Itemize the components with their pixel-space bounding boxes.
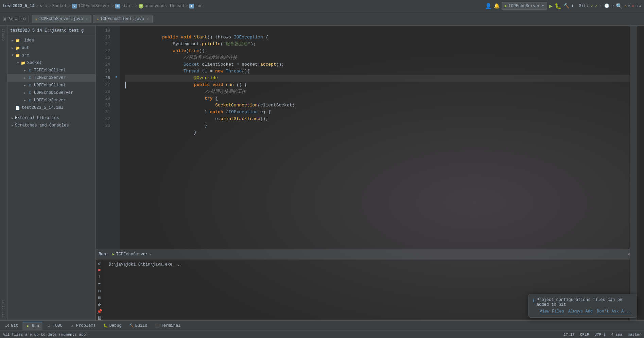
code-line-26: public void run () { <box>125 75 637 82</box>
status-indent[interactable]: 4 spa <box>611 333 622 337</box>
code-line-27: //处理连接后的工作 <box>125 82 637 88</box>
code-container[interactable]: 19 20 21 22 23 24 25 26 27 28 29 30 31 3… <box>96 26 637 249</box>
toggle-tree[interactable]: ≡ <box>14 16 17 22</box>
status-right: 27:17 CRLF UTF-8 4 spa master <box>563 333 641 337</box>
status-bar: All files are up-to-date (moments ago) 2… <box>0 331 644 338</box>
close-tab-2[interactable]: ✕ <box>147 17 149 21</box>
terminal-tab-label: Terminal <box>161 323 181 328</box>
toolbar-sep1 <box>29 16 29 22</box>
code-line-19: public void start() throws IOException { <box>125 27 637 34</box>
code-line-24: Thread t1 = new Thread(){ <box>125 61 637 68</box>
notification-bell[interactable]: 🔔 <box>494 3 500 9</box>
tree-socket[interactable]: ▼ 📁 Socket <box>7 59 95 67</box>
build-btn[interactable]: 🔨 <box>563 3 569 9</box>
breadcrumb-src[interactable]: src <box>40 4 47 9</box>
bottom-tab-terminal[interactable]: ⬛ Terminal <box>152 322 184 329</box>
code-line-23: Socket clientSocket = socket.accept(); <box>125 54 637 61</box>
code-line-31: e.printStackTrace(); <box>125 109 637 116</box>
line-num-25: 25 <box>96 68 110 75</box>
tab-tcpechoclient[interactable]: ☕ TCPEchoClient.java ✕ <box>93 15 153 23</box>
tree-idea[interactable]: ▶ 📁 .idea <box>7 37 95 44</box>
tree-scratches[interactable]: ▶ Scratches and Consoles <box>7 122 95 129</box>
class-icon-tcpechoserver: C <box>27 75 33 81</box>
git-check1[interactable]: ✓ <box>591 3 593 9</box>
project-panel: test2023_5_14 E:\java\c_test_g ▶ 📁 .idea… <box>7 26 96 320</box>
sep6: > <box>185 4 188 9</box>
status-crlf[interactable]: CRLF <box>580 333 589 337</box>
run-tab-server[interactable]: ▶ TCPEchoServer ✕ <box>111 252 153 257</box>
autoscroll-btn[interactable]: ⊞ <box>97 295 103 301</box>
tree-tcpechoserver[interactable]: ▶ C TCPEchoServer <box>7 74 95 82</box>
breadcrumb-run[interactable]: run <box>195 4 203 9</box>
line-num-26: 26 <box>96 75 110 82</box>
code-content[interactable]: public void start() throws IOException {… <box>120 26 637 249</box>
tree-out[interactable]: ▶ 📁 out <box>7 44 95 52</box>
git-undo[interactable]: ↩ <box>611 3 614 9</box>
todo-icon: ☑ <box>47 323 51 328</box>
bottom-tab-debug[interactable]: 🐛 Debug <box>100 322 125 329</box>
tree-tcpechoclient[interactable]: ▶ C TCPEchoClient <box>7 67 95 74</box>
punc-33: } <box>152 130 197 135</box>
arrow-tcpechoclient: ▶ <box>22 69 27 72</box>
tree-udpechodicserver[interactable]: ▶ C UDPEchoDicServer <box>7 89 95 97</box>
filter-btn[interactable]: ⊟ <box>97 288 103 294</box>
dont-ask-link[interactable]: Don't Ask A... <box>597 309 631 314</box>
tree-iml[interactable]: ▶ 📄 test2023_5_14.iml <box>7 104 95 112</box>
folder-icon-socket: 📁 <box>20 60 26 66</box>
run-label: Run: <box>99 252 108 257</box>
status-left-text: All files are up-to-date (moments ago) <box>3 333 558 337</box>
tree-external[interactable]: ▶ External Libraries <box>7 114 95 122</box>
title-bar: test2023_5_14 > src > Socket > C TCPEcho… <box>0 0 644 12</box>
pin-btn[interactable]: 📌 <box>97 309 103 314</box>
breadcrumb: test2023_5_14 > src > Socket > C TCPEcho… <box>3 4 203 9</box>
breadcrumb-project[interactable]: test2023_5_14 <box>3 4 35 9</box>
commit-tab[interactable]: Commit <box>2 29 5 41</box>
run-config[interactable]: ▶ TCPEchoServer ▾ <box>502 2 547 10</box>
tree-udpechoclient[interactable]: ▶ C UDPEchoClient <box>7 82 95 89</box>
breadcrumb-class[interactable]: TCPEchoServer <box>78 4 110 9</box>
todo-tab-label: TODO <box>53 323 63 328</box>
tree-src[interactable]: ▼ 📁 src <box>7 52 95 59</box>
tab-tcpechoserver[interactable]: ☕ TCPEchoServer.java ✕ <box>32 15 91 23</box>
close-run-tab[interactable]: ✕ <box>149 252 151 256</box>
bottom-toolbar: ⎇ Git ▶ Run ☑ TODO ⚠ Problems 🐛 Debug 🔨 … <box>0 320 644 331</box>
status-branch[interactable]: master <box>628 333 641 337</box>
nav-fwd[interactable]: Pæ <box>7 16 13 22</box>
wrap-btn[interactable]: ≡ <box>97 282 103 287</box>
bottom-tab-git[interactable]: ⎇ Git <box>1 322 22 329</box>
gutter-20 <box>113 33 120 39</box>
scrollup-btn[interactable]: ↑ <box>97 274 103 279</box>
always-add-link[interactable]: Always Add <box>568 309 593 314</box>
view-files-link[interactable]: View Files <box>540 309 564 314</box>
search-icon-main[interactable]: 🔍 <box>616 3 623 10</box>
git-history[interactable]: 🕐 <box>604 3 609 9</box>
debug-btn[interactable]: 🐛 <box>555 3 561 10</box>
breadcrumb-socket[interactable]: Socket <box>52 4 67 9</box>
settings2-btn[interactable]: ⚙ <box>97 302 103 307</box>
split-editor[interactable]: ⊟ <box>19 16 21 22</box>
status-charset[interactable]: UTF-8 <box>594 333 606 337</box>
coverage-btn[interactable]: ⬇ <box>571 3 574 9</box>
nav-back[interactable]: ⊞ <box>3 16 6 22</box>
git-check2[interactable]: ✓ <box>595 3 597 9</box>
debug-tab-label: Debug <box>109 323 122 328</box>
rerun-btn[interactable]: ↺ <box>97 261 103 266</box>
tree-udpechoserver[interactable]: ▶ C UDPEchoServer <box>7 97 95 104</box>
breadcrumb-start[interactable]: start <box>121 4 134 9</box>
git-push[interactable]: ↑ <box>599 4 602 9</box>
bottom-tab-problems[interactable]: ⚠ Problems <box>67 322 99 329</box>
run-tab-icon: ▶ <box>112 252 115 256</box>
bottom-tab-build[interactable]: 🔨 Build <box>126 322 151 329</box>
user-icon[interactable]: 👤 <box>485 3 492 10</box>
bottom-tab-run[interactable]: ▶ Run <box>22 322 43 330</box>
close-tab-1[interactable]: ✕ <box>86 17 88 21</box>
stop-btn[interactable]: ■ <box>97 268 103 273</box>
breadcrumb-anon[interactable]: anonymous Thread <box>145 4 184 9</box>
bottom-tab-todo[interactable]: ☑ TODO <box>43 322 66 329</box>
info-icon: ℹ <box>533 298 535 304</box>
settings-btn[interactable]: ⚙ <box>23 16 25 22</box>
structure-tab[interactable]: Structure <box>2 299 5 318</box>
expand-icon: ▲ <box>639 4 641 8</box>
run-btn[interactable]: ▶ <box>549 3 553 10</box>
trash-btn[interactable]: 🗑 <box>97 316 103 320</box>
